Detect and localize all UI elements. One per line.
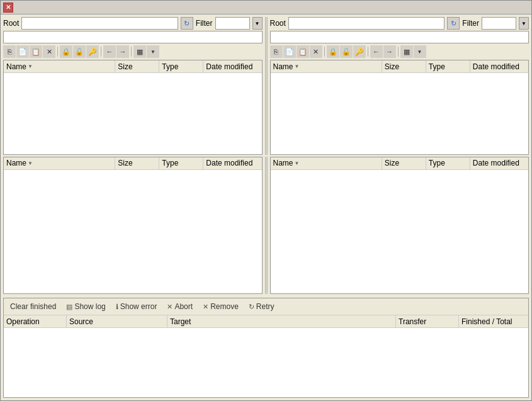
right-lock3-icon[interactable]: 🔑 xyxy=(353,45,366,58)
right-lower-name-sort-arrow: ▼ xyxy=(295,161,300,166)
right-forward-icon[interactable]: → xyxy=(383,45,396,58)
queue-col-target[interactable]: Target xyxy=(167,315,396,327)
left-upper-file-table: Name ▼ Size Type Date modified xyxy=(3,60,263,155)
left-root-label: Root xyxy=(3,19,19,28)
left-sep3 xyxy=(131,47,132,57)
left-forward-icon[interactable]: → xyxy=(116,45,129,58)
left-lock3-icon[interactable]: 🔑 xyxy=(86,45,99,58)
right-lower-col-size[interactable]: Size xyxy=(382,157,426,169)
left-lower-file-table: Name ▼ Size Type Date modified xyxy=(3,157,263,295)
main-content: Root ↻ Filter ▼ ⎘ 📄 📋 ✕ 🔒 🔓 🔑 xyxy=(1,14,531,400)
right-lock2-icon[interactable]: 🔓 xyxy=(340,45,353,58)
left-upper-panel: Root ↻ Filter ▼ ⎘ 📄 📋 ✕ 🔒 🔓 🔑 xyxy=(3,17,263,155)
right-filter-dropdown[interactable]: ▼ xyxy=(519,17,529,30)
abort-button[interactable]: ✕ Abort xyxy=(164,301,195,312)
right-root-input[interactable] xyxy=(288,17,444,30)
title-bar: ✕ xyxy=(1,1,531,14)
abort-icon: ✕ xyxy=(167,303,173,311)
right-lower-file-table: Name ▼ Size Type Date modified xyxy=(270,157,529,295)
right-panel-toolbar: Root ↻ Filter ▼ xyxy=(270,17,529,30)
right-lock1-icon[interactable]: 🔒 xyxy=(327,45,339,58)
show-log-icon: ▤ xyxy=(66,303,72,311)
right-upper-col-date[interactable]: Date modified xyxy=(470,60,528,72)
right-filter-label: Filter xyxy=(462,19,479,28)
queue-col-transfer[interactable]: Transfer xyxy=(396,315,459,327)
right-filter-input[interactable] xyxy=(482,17,516,30)
right-duplicate-icon[interactable]: 📄 xyxy=(283,45,296,58)
main-window: ✕ Root ↻ Filter ▼ ⎘ 📄 📋 xyxy=(0,0,532,401)
left-lower-col-date[interactable]: Date modified xyxy=(203,157,261,169)
right-upper-panel: Root ↻ Filter ▼ ⎘ 📄 📋 ✕ 🔒 🔓 🔑 xyxy=(270,17,529,155)
upper-panels: Root ↻ Filter ▼ ⎘ 📄 📋 ✕ 🔒 🔓 🔑 xyxy=(3,17,529,155)
left-lower-name-sort-arrow: ▼ xyxy=(28,161,33,166)
left-upper-table-header: Name ▼ Size Type Date modified xyxy=(4,60,262,73)
left-sep1 xyxy=(57,47,58,57)
left-path-bar xyxy=(3,31,263,43)
show-error-icon: ℹ xyxy=(116,303,118,311)
left-duplicate-icon[interactable]: 📄 xyxy=(16,45,29,58)
retry-button[interactable]: ↻ Retry xyxy=(246,301,277,312)
left-view-arrow[interactable]: ▼ xyxy=(147,45,159,58)
queue-col-finished[interactable]: Finished / Total xyxy=(459,315,528,327)
queue-col-operation[interactable]: Operation xyxy=(4,315,67,327)
lower-panels: Name ▼ Size Type Date modified Name xyxy=(3,157,529,295)
left-lower-table-header: Name ▼ Size Type Date modified xyxy=(4,157,262,170)
left-sep2 xyxy=(101,47,101,57)
show-error-button[interactable]: ℹ Show error xyxy=(113,301,160,312)
queue-toolbar: Clear finished ▤ Show log ℹ Show error ✕… xyxy=(4,298,528,315)
queue-table-header: Operation Source Target Transfer Finishe… xyxy=(4,315,528,328)
right-sep2 xyxy=(368,47,368,57)
right-lower-col-type[interactable]: Type xyxy=(426,157,470,169)
left-lock1-icon[interactable]: 🔒 xyxy=(60,45,72,58)
left-upper-col-size[interactable]: Size xyxy=(115,60,159,72)
right-view-icon[interactable]: ▦ xyxy=(400,45,413,58)
left-upper-col-name[interactable]: Name ▼ xyxy=(4,60,115,72)
left-upper-col-type[interactable]: Type xyxy=(159,60,203,72)
right-upper-table-header: Name ▼ Size Type Date modified xyxy=(271,60,529,73)
left-panel-toolbar: Root ↻ Filter ▼ xyxy=(3,17,263,30)
left-refresh-button[interactable]: ↻ xyxy=(181,17,193,30)
right-name-sort-arrow: ▼ xyxy=(295,64,300,69)
queue-col-source[interactable]: Source xyxy=(67,315,167,327)
upper-divider[interactable] xyxy=(265,17,268,155)
right-back-icon[interactable]: ← xyxy=(370,45,383,58)
right-lower-panel: Name ▼ Size Type Date modified xyxy=(270,157,529,295)
left-view-icon[interactable]: ▦ xyxy=(133,45,146,58)
close-button[interactable]: ✕ xyxy=(3,3,13,13)
right-paste-icon[interactable]: 📋 xyxy=(297,45,309,58)
left-paste-icon[interactable]: 📋 xyxy=(30,45,42,58)
left-delete-icon[interactable]: ✕ xyxy=(43,45,55,58)
left-copy-icon[interactable]: ⎘ xyxy=(3,45,16,58)
right-upper-col-name[interactable]: Name ▼ xyxy=(271,60,382,72)
show-log-button[interactable]: ▤ Show log xyxy=(64,301,108,312)
right-icon-toolbar: ⎘ 📄 📋 ✕ 🔒 🔓 🔑 ← → ▦ ▼ xyxy=(270,45,529,59)
left-filter-dropdown[interactable]: ▼ xyxy=(252,17,263,30)
right-refresh-button[interactable]: ↻ xyxy=(447,17,460,30)
remove-icon: ✕ xyxy=(203,303,208,311)
queue-body xyxy=(4,328,528,397)
clear-finished-button[interactable]: Clear finished xyxy=(8,301,59,312)
right-upper-col-type[interactable]: Type xyxy=(426,60,470,72)
right-sep3 xyxy=(398,47,399,57)
right-copy-icon[interactable]: ⎘ xyxy=(270,45,283,58)
right-sep1 xyxy=(324,47,325,57)
left-filter-input[interactable] xyxy=(215,17,250,30)
left-lock2-icon[interactable]: 🔓 xyxy=(73,45,86,58)
right-lower-table-header: Name ▼ Size Type Date modified xyxy=(271,157,529,170)
left-back-icon[interactable]: ← xyxy=(103,45,116,58)
remove-button[interactable]: ✕ Remove xyxy=(200,301,241,312)
left-root-input[interactable] xyxy=(21,17,178,30)
right-lower-col-date[interactable]: Date modified xyxy=(470,157,528,169)
left-lower-col-size[interactable]: Size xyxy=(115,157,159,169)
left-lower-col-name[interactable]: Name ▼ xyxy=(4,157,115,169)
lower-divider[interactable] xyxy=(265,157,268,295)
right-upper-col-size[interactable]: Size xyxy=(382,60,426,72)
right-lower-col-name[interactable]: Name ▼ xyxy=(271,157,382,169)
right-path-bar xyxy=(270,31,529,43)
left-filter-label: Filter xyxy=(196,19,213,28)
right-view-arrow[interactable]: ▼ xyxy=(414,45,426,58)
left-lower-col-type[interactable]: Type xyxy=(159,157,203,169)
left-upper-col-date[interactable]: Date modified xyxy=(203,60,261,72)
right-delete-icon[interactable]: ✕ xyxy=(310,45,322,58)
left-lower-panel: Name ▼ Size Type Date modified xyxy=(3,157,263,295)
